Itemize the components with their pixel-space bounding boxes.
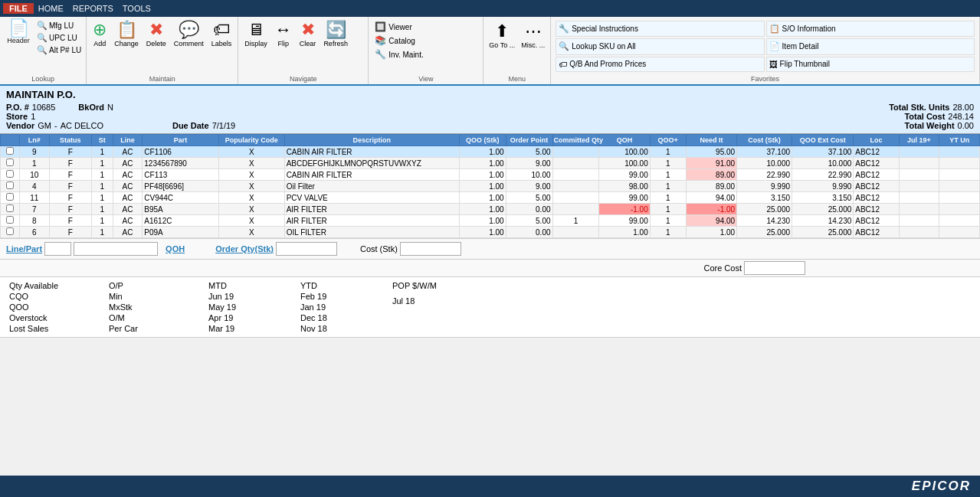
add-button[interactable]: ⊕ Add bbox=[90, 18, 110, 49]
labels-button[interactable]: 🏷 Labels bbox=[208, 18, 235, 49]
stat-label: POP $/W/M bbox=[392, 281, 437, 290]
stat-label: Nov 18 bbox=[300, 324, 327, 333]
row-ln: 10 bbox=[19, 169, 49, 181]
row-checkbox[interactable] bbox=[1, 204, 20, 215]
qb-promo-button[interactable]: 🏷 Q/B And Promo Prices bbox=[556, 57, 764, 72]
alt-p-lu-button[interactable]: 🔍 Alt P# LU bbox=[35, 44, 83, 56]
row-part: P09A bbox=[143, 227, 219, 238]
cost-stk-label: Cost (Stk) bbox=[360, 244, 398, 253]
mfg-lu-icon: 🔍 bbox=[37, 21, 48, 31]
add-label: Add bbox=[93, 40, 106, 47]
stat-label: Dec 18 bbox=[300, 313, 327, 322]
row-checkbox[interactable] bbox=[1, 146, 20, 158]
table-row[interactable]: 4F1ACPF48[6696]XOil Filter1.009.0098.001… bbox=[1, 181, 980, 192]
row-op: 5.00 bbox=[506, 192, 552, 204]
mfg-lu-button[interactable]: 🔍 Mfg LU bbox=[35, 20, 83, 31]
table-row[interactable]: 7F1ACB95AXAIR FILTER1.000.00-1.001-1.002… bbox=[1, 204, 980, 215]
row-ln: 4 bbox=[19, 181, 49, 192]
row-desc: PCV VALVE bbox=[284, 192, 459, 204]
table-row[interactable]: 6F1ACP09AXOIL FILTER1.000.001.0011.0025.… bbox=[1, 227, 980, 238]
goto-button[interactable]: ⬆ Go To ... bbox=[487, 20, 517, 51]
row-status: F bbox=[49, 158, 91, 169]
row-cost: 25.000 bbox=[737, 227, 792, 238]
clear-button[interactable]: ✖ Clear bbox=[297, 18, 320, 49]
catalog-button[interactable]: 📚 Catalog bbox=[373, 34, 478, 47]
goto-icon: ⬆ bbox=[495, 21, 509, 41]
stat-label: Apr 19 bbox=[208, 313, 233, 322]
table-row[interactable]: 9F1ACCF1106XCABIN AIR FILTER1.005.00100.… bbox=[1, 146, 980, 158]
table-row[interactable]: 8F1ACA1612CXAIR FILTER1.005.00199.00194.… bbox=[1, 215, 980, 227]
stat-label: Lost Sales bbox=[9, 324, 48, 333]
row-checkbox[interactable] bbox=[1, 192, 20, 204]
vendor-field: Vendor GM - AC DELCO bbox=[6, 121, 103, 130]
misc-label: Misc. ... bbox=[521, 41, 545, 49]
row-line: AC bbox=[113, 215, 143, 227]
row-qoh: 99.00 bbox=[599, 169, 650, 181]
row-part: 1234567890 bbox=[143, 158, 219, 169]
row-need-it: 94.00 bbox=[686, 215, 736, 227]
table-row[interactable]: 10F1ACCF113XCABIN AIR FILTER1.0010.0099.… bbox=[1, 169, 980, 181]
stat-label: Overstock bbox=[9, 313, 48, 322]
viewer-icon: 🔲 bbox=[375, 21, 386, 32]
row-desc: CABIN AIR FILTER bbox=[284, 146, 459, 158]
viewer-button[interactable]: 🔲 Viewer bbox=[373, 21, 478, 33]
stat-label: YTD bbox=[300, 281, 317, 290]
line-part-label[interactable]: Line/Part bbox=[6, 244, 42, 253]
upc-lu-icon: 🔍 bbox=[37, 33, 48, 43]
reports-tab[interactable]: REPORTS bbox=[73, 4, 113, 13]
file-tab[interactable]: FILE bbox=[3, 3, 34, 14]
row-desc: AIR FILTER bbox=[284, 204, 459, 215]
inv-maint-button[interactable]: 🔧 Inv. Maint. bbox=[373, 48, 478, 60]
misc-button[interactable]: ⋯ Misc. ... bbox=[519, 20, 547, 51]
header-button[interactable]: 📄 Header bbox=[3, 18, 34, 46]
row-checkbox[interactable] bbox=[1, 181, 20, 192]
row-qoh: 1.00 bbox=[599, 227, 650, 238]
so-information-button[interactable]: 📋 S/O Information bbox=[766, 21, 975, 37]
menu-group-label: Menu bbox=[483, 75, 550, 83]
labels-icon: 🏷 bbox=[213, 20, 230, 40]
refresh-button[interactable]: 🔄 Refresh bbox=[320, 18, 351, 49]
row-qoo: 1.00 bbox=[459, 181, 506, 192]
row-ln: 1 bbox=[19, 158, 49, 169]
change-button[interactable]: 📋 Change bbox=[111, 18, 142, 49]
order-qty-input[interactable] bbox=[276, 242, 337, 256]
vendor-label: Vendor bbox=[6, 121, 34, 130]
ribbon-group-menu: ⬆ Go To ... ⋯ Misc. ... Menu bbox=[483, 17, 551, 84]
stat-label: O/P bbox=[109, 281, 123, 290]
table-row[interactable]: 11F1ACCV944CXPCV VALVE1.005.0099.00194.0… bbox=[1, 192, 980, 204]
stat-label: May 19 bbox=[208, 302, 236, 312]
row-desc: OIL FILTER bbox=[284, 227, 459, 238]
row-checkbox[interactable] bbox=[1, 169, 20, 181]
table-row[interactable]: 1F1AC1234567890XABCDEFGHIJKLMNOPQRSTUVWX… bbox=[1, 158, 980, 169]
qoh-label[interactable]: QOH bbox=[166, 244, 185, 253]
row-checkbox[interactable] bbox=[1, 158, 20, 169]
lookup-sku-button[interactable]: 🔍 Lookup SKU on All bbox=[556, 38, 764, 54]
row-cost: 22.990 bbox=[737, 169, 792, 181]
upc-lu-label: UPC LU bbox=[49, 34, 77, 42]
part-input[interactable] bbox=[74, 242, 158, 256]
order-qty-label[interactable]: Order Qty(Stk) bbox=[215, 244, 274, 253]
row-jul bbox=[899, 215, 939, 227]
row-yt bbox=[939, 169, 980, 181]
line-input[interactable] bbox=[44, 242, 71, 256]
delete-button[interactable]: ✖ Delete bbox=[143, 18, 169, 49]
ribbon-group-lookup: 📄 Header 🔍 Mfg LU 🔍 UPC LU 🔍 Alt P# LU L… bbox=[0, 17, 87, 84]
flip-thumbnail-button[interactable]: 🖼 Flip Thumbnail bbox=[766, 57, 975, 72]
stat-label: QOO bbox=[9, 302, 29, 312]
row-checkbox[interactable] bbox=[1, 215, 20, 227]
home-tab[interactable]: HOME bbox=[38, 4, 64, 13]
flip-button[interactable]: ↔ Flip bbox=[272, 18, 295, 49]
special-instructions-button[interactable]: 🔧 Special Instructions bbox=[556, 21, 764, 37]
cost-stk-input[interactable] bbox=[400, 242, 461, 256]
comment-button[interactable]: 💬 Comment bbox=[171, 18, 207, 49]
core-cost-input[interactable] bbox=[744, 261, 805, 275]
upc-lu-button[interactable]: 🔍 UPC LU bbox=[35, 32, 83, 44]
row-status: F bbox=[49, 215, 91, 227]
tools-tab[interactable]: TOOLS bbox=[123, 4, 151, 13]
bottom-form: Line/Part QOH Order Qty(Stk) Cost (Stk) bbox=[0, 239, 980, 260]
row-checkbox[interactable] bbox=[1, 227, 20, 238]
display-button[interactable]: 🖥 Display bbox=[241, 18, 270, 49]
item-detail-button[interactable]: 📄 Item Detail bbox=[766, 38, 975, 54]
row-qoo: 1.00 bbox=[459, 146, 506, 158]
row-line: AC bbox=[113, 204, 143, 215]
